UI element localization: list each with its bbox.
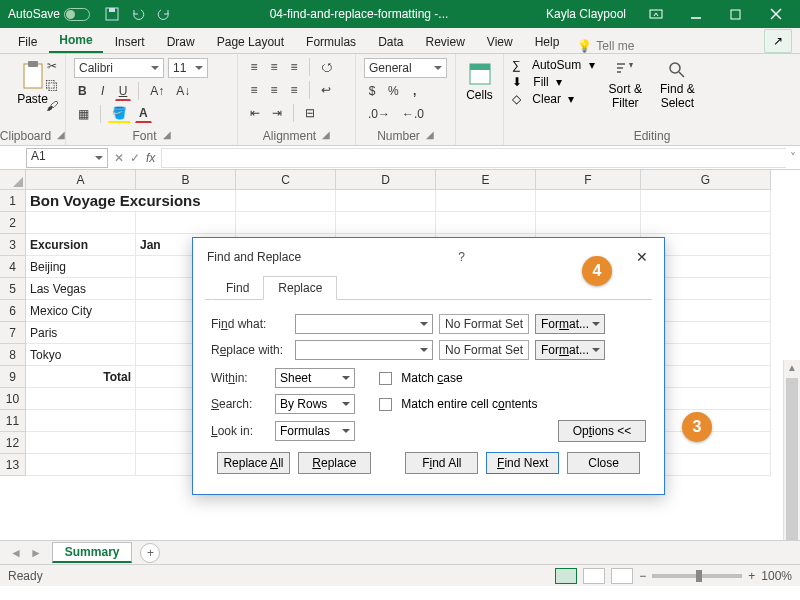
close-button[interactable]: Close bbox=[567, 452, 640, 474]
tab-insert[interactable]: Insert bbox=[105, 30, 155, 53]
row-header[interactable]: 2 bbox=[0, 212, 26, 234]
percent-format-icon[interactable]: % bbox=[384, 82, 403, 100]
copy-icon[interactable]: ⿻ bbox=[44, 78, 60, 94]
undo-icon[interactable] bbox=[130, 6, 146, 22]
align-right-icon[interactable]: ≡ bbox=[286, 81, 302, 99]
col-header-g[interactable]: G bbox=[641, 170, 771, 190]
match-entire-checkbox[interactable] bbox=[379, 398, 392, 411]
cell[interactable]: Paris bbox=[26, 322, 136, 344]
dialog-launcher-icon[interactable]: ◢ bbox=[426, 129, 434, 143]
minimize-icon[interactable] bbox=[676, 0, 716, 28]
cell[interactable] bbox=[436, 190, 536, 212]
col-header-d[interactable]: D bbox=[336, 170, 436, 190]
sheet-tab-summary[interactable]: Summary bbox=[52, 542, 133, 563]
cells-button[interactable]: Cells bbox=[464, 58, 495, 104]
cell[interactable] bbox=[436, 212, 536, 234]
align-top-icon[interactable]: ≡ bbox=[246, 58, 262, 76]
options-button[interactable]: Options << bbox=[558, 420, 646, 442]
tab-data[interactable]: Data bbox=[368, 30, 413, 53]
orientation-icon[interactable]: ⭯ bbox=[317, 58, 337, 76]
cell[interactable] bbox=[336, 212, 436, 234]
align-middle-icon[interactable]: ≡ bbox=[266, 58, 282, 76]
row-header[interactable]: 9 bbox=[0, 366, 26, 388]
underline-button[interactable]: U bbox=[115, 82, 132, 101]
save-icon[interactable] bbox=[104, 6, 120, 22]
tab-draw[interactable]: Draw bbox=[157, 30, 205, 53]
merge-center-icon[interactable]: ⊟ bbox=[301, 104, 319, 122]
row-header[interactable]: 6 bbox=[0, 300, 26, 322]
cell[interactable] bbox=[136, 212, 236, 234]
lookin-select[interactable]: Formulas bbox=[275, 421, 355, 441]
clear-button[interactable]: ◇ Clear ▾ bbox=[512, 92, 595, 106]
dialog-close-button[interactable]: ✕ bbox=[628, 246, 656, 268]
tab-review[interactable]: Review bbox=[415, 30, 474, 53]
borders-icon[interactable]: ▦ bbox=[74, 105, 93, 123]
select-all-corner[interactable] bbox=[0, 170, 26, 190]
row-header[interactable]: 11 bbox=[0, 410, 26, 432]
fill-color-icon[interactable]: 🪣 bbox=[108, 104, 131, 123]
fill-button[interactable]: ⬇ Fill ▾ bbox=[512, 75, 595, 89]
ribbon-options-icon[interactable] bbox=[636, 0, 676, 28]
wrap-text-icon[interactable]: ↩ bbox=[317, 81, 335, 99]
align-bottom-icon[interactable]: ≡ bbox=[286, 58, 302, 76]
add-sheet-button[interactable]: + bbox=[140, 543, 160, 563]
row-header[interactable]: 8 bbox=[0, 344, 26, 366]
find-all-button[interactable]: Find All bbox=[405, 452, 478, 474]
close-icon[interactable] bbox=[756, 0, 796, 28]
cell[interactable] bbox=[26, 388, 136, 410]
increase-decimal-icon[interactable]: .0→ bbox=[364, 105, 394, 123]
dialog-launcher-icon[interactable]: ◢ bbox=[322, 129, 330, 143]
sort-filter-button[interactable]: Sort & Filter bbox=[605, 58, 646, 112]
match-case-checkbox[interactable] bbox=[379, 372, 392, 385]
tab-formulas[interactable]: Formulas bbox=[296, 30, 366, 53]
dialog-tab-find[interactable]: Find bbox=[211, 276, 263, 300]
align-left-icon[interactable]: ≡ bbox=[246, 81, 262, 99]
vertical-scrollbar[interactable]: ▲▼ bbox=[783, 360, 800, 540]
col-header-f[interactable]: F bbox=[536, 170, 641, 190]
col-header-c[interactable]: C bbox=[236, 170, 336, 190]
cell[interactable] bbox=[236, 212, 336, 234]
cell[interactable] bbox=[236, 190, 336, 212]
search-select[interactable]: By Rows bbox=[275, 394, 355, 414]
dialog-launcher-icon[interactable]: ◢ bbox=[57, 129, 65, 143]
cut-icon[interactable]: ✂ bbox=[44, 58, 60, 74]
zoom-slider[interactable] bbox=[652, 574, 742, 578]
cell[interactable]: Bon Voyage Excursions bbox=[26, 190, 236, 212]
cell[interactable] bbox=[641, 190, 771, 212]
cell[interactable]: Total bbox=[26, 366, 136, 388]
zoom-out-button[interactable]: − bbox=[639, 569, 646, 583]
find-select-button[interactable]: Find & Select bbox=[656, 58, 699, 112]
replace-all-button[interactable]: Replace All bbox=[217, 452, 290, 474]
normal-view-icon[interactable] bbox=[555, 568, 577, 584]
col-header-e[interactable]: E bbox=[436, 170, 536, 190]
cell[interactable] bbox=[26, 212, 136, 234]
zoom-in-button[interactable]: + bbox=[748, 569, 755, 583]
zoom-level[interactable]: 100% bbox=[761, 569, 792, 583]
row-header[interactable]: 10 bbox=[0, 388, 26, 410]
bold-button[interactable]: B bbox=[74, 82, 91, 100]
tab-page-layout[interactable]: Page Layout bbox=[207, 30, 294, 53]
next-sheet-icon[interactable]: ► bbox=[30, 546, 42, 560]
row-header[interactable]: 7 bbox=[0, 322, 26, 344]
replace-button[interactable]: Replace bbox=[298, 452, 371, 474]
comma-format-icon[interactable]: , bbox=[407, 82, 423, 100]
number-format-combo[interactable]: General bbox=[364, 58, 447, 78]
cell[interactable] bbox=[26, 410, 136, 432]
cell[interactable]: Mexico City bbox=[26, 300, 136, 322]
page-break-view-icon[interactable] bbox=[611, 568, 633, 584]
row-header[interactable]: 4 bbox=[0, 256, 26, 278]
tab-home[interactable]: Home bbox=[49, 28, 102, 53]
help-icon[interactable]: ? bbox=[458, 250, 465, 264]
user-name[interactable]: Kayla Claypool bbox=[546, 7, 626, 21]
cell[interactable] bbox=[26, 454, 136, 476]
cell[interactable] bbox=[336, 190, 436, 212]
increase-font-icon[interactable]: A↑ bbox=[146, 82, 168, 100]
font-color-icon[interactable]: A bbox=[135, 104, 152, 123]
tab-help[interactable]: Help bbox=[525, 30, 570, 53]
autosave-toggle[interactable]: AutoSave bbox=[8, 7, 90, 21]
toggle-off-icon[interactable] bbox=[64, 8, 90, 21]
increase-indent-icon[interactable]: ⇥ bbox=[268, 104, 286, 122]
cell[interactable] bbox=[536, 190, 641, 212]
dialog-launcher-icon[interactable]: ◢ bbox=[163, 129, 171, 143]
expand-formula-bar-icon[interactable]: ˅ bbox=[786, 151, 800, 165]
